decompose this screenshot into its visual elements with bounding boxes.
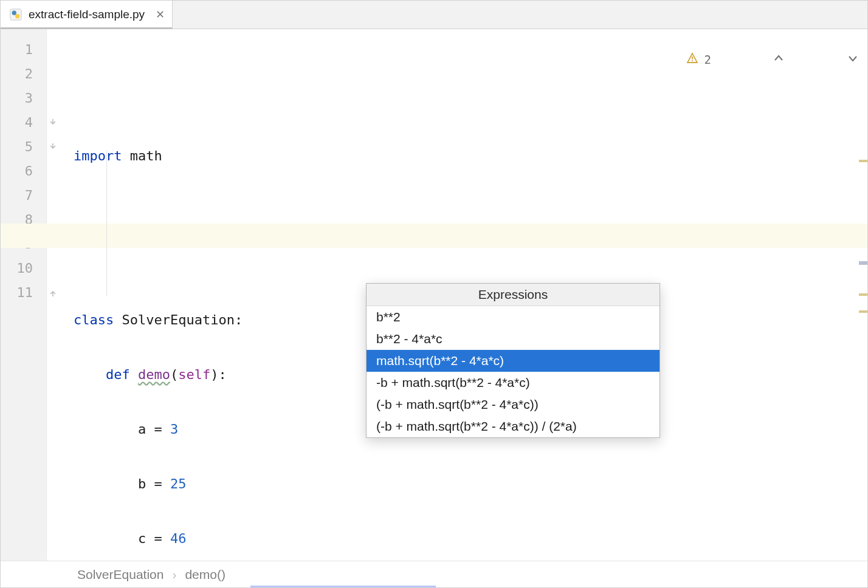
expression-option[interactable]: (-b + math.sqrt(b**2 - 4*a*c)) [367, 394, 660, 415]
prev-highlight-icon[interactable] [717, 39, 785, 80]
fold-toggle-icon[interactable] [47, 111, 59, 135]
warning-icon [630, 39, 698, 80]
expression-option[interactable]: math.sqrt(b**2 - 4*a*c) [367, 350, 660, 372]
expression-option[interactable]: b**2 [367, 306, 660, 328]
popup-title: Expressions [367, 284, 660, 306]
code-line[interactable]: import math [59, 144, 867, 168]
file-tab[interactable]: extract-field-sample.py ✕ [1, 1, 173, 29]
line-number[interactable]: 5 [1, 135, 46, 159]
line-number[interactable]: 11 [1, 281, 46, 305]
editor: 1 2 3 4 5 6 7 8 9 10 11 import mat [1, 29, 867, 561]
expression-option[interactable]: b**2 - 4*a*c [367, 328, 660, 350]
file-tab-label: extract-field-sample.py [29, 8, 145, 21]
svg-point-1 [12, 11, 16, 15]
tab-bar: extract-field-sample.py ✕ [1, 1, 867, 29]
line-number[interactable]: 4 [1, 111, 46, 135]
code-line[interactable] [59, 253, 867, 278]
warning-stripe[interactable] [859, 160, 867, 162]
warning-count: 2 [704, 53, 711, 66]
line-number-gutter: 1 2 3 4 5 6 7 8 9 10 11 [1, 29, 47, 561]
caret-stripe[interactable] [859, 261, 867, 265]
warning-stripe[interactable] [859, 310, 867, 313]
code-line[interactable]: b = 25 [59, 472, 867, 496]
svg-rect-4 [692, 60, 693, 61]
expression-option[interactable]: (-b + math.sqrt(b**2 - 4*a*c)) / (2*a) [367, 415, 660, 437]
error-stripe-bar[interactable] [856, 29, 867, 561]
svg-point-2 [15, 14, 19, 18]
line-number[interactable]: 6 [1, 159, 46, 183]
fold-end-icon[interactable] [47, 281, 59, 305]
warning-stripe[interactable] [859, 293, 867, 296]
svg-rect-3 [692, 56, 693, 60]
line-number[interactable]: 10 [1, 256, 46, 281]
line-number[interactable]: 3 [1, 86, 46, 111]
expressions-popup: Expressions b**2 b**2 - 4*a*c math.sqrt(… [366, 283, 660, 438]
inspection-summary[interactable]: 2 [630, 39, 859, 80]
fold-toggle-icon[interactable] [47, 135, 59, 159]
line-number[interactable]: 1 [1, 38, 46, 62]
python-file-icon [9, 8, 22, 21]
code-line[interactable] [59, 199, 867, 223]
svg-rect-0 [10, 9, 21, 20]
line-number[interactable]: 7 [1, 183, 46, 208]
current-line-highlight [1, 224, 867, 248]
next-highlight-icon[interactable] [791, 39, 859, 80]
line-number[interactable]: 2 [1, 62, 46, 86]
code-line[interactable]: root1 = (-b + math.sqrt(b**2 - 4*a*c)) /… [59, 581, 867, 588]
fold-column [47, 29, 59, 561]
code-line[interactable]: c = 46 [59, 527, 867, 551]
expression-option[interactable]: -b + math.sqrt(b**2 - 4*a*c) [367, 372, 660, 394]
close-tab-icon[interactable]: ✕ [156, 8, 165, 21]
